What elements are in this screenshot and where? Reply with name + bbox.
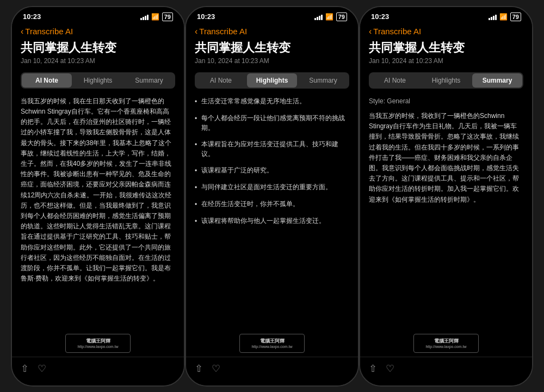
bullet-1: • — [195, 97, 197, 107]
status-icons-3: 📶 79 — [489, 13, 521, 21]
phone-screen-3: 10:23 📶 79 ‹ Transcribe AI 共同掌握人生转变 Jan … — [359, 6, 533, 387]
tab-highlights-2[interactable]: Highlights — [247, 73, 297, 88]
heart-icon-2[interactable]: ♡ — [212, 363, 220, 375]
back-chevron-icon-1: ‹ — [21, 27, 23, 36]
status-bar-3: 10:23 📶 79 — [360, 7, 532, 24]
battery-1: 79 — [162, 13, 173, 21]
back-label-1: Transcribe AI — [25, 27, 73, 36]
title-1: 共同掌握人生转变 — [21, 41, 175, 55]
phone-screen-1: 10:23 📶 79 ‹ Transcribe AI 共同掌握人生转变 Jan … — [11, 6, 185, 387]
wifi-icon-2: 📶 — [325, 13, 333, 21]
share-icon-3[interactable]: ⇧ — [369, 363, 377, 375]
highlight-item-5: •与同伴建立社区是面对生活变迁的重要方面。 — [195, 182, 349, 192]
time-2: 10:23 — [197, 13, 215, 21]
highlight-item-1: •生活变迁常常感觉像是无序地生活。 — [195, 96, 349, 107]
date-3: Jan 10, 2024 at 10:23 AM — [369, 57, 523, 65]
watermark-1: 電腦王阿輝 http://www.laxpo.com.tw — [65, 334, 131, 353]
status-bar-2: 10:23 📶 79 — [186, 7, 358, 24]
tab-ainote-3[interactable]: AI Note — [370, 73, 420, 88]
tab-highlights-3[interactable]: Highlights — [421, 73, 471, 88]
tab-bar-2: AI Note Highlights Summary — [195, 72, 349, 89]
time-3: 10:23 — [371, 13, 389, 21]
tab-bar-1: AI Note Highlights Summary — [21, 72, 175, 89]
tab-ainote-1[interactable]: AI Note — [22, 73, 72, 88]
bullet-5: • — [195, 183, 197, 192]
watermark-2: 電腦王阿輝 http://www.laxpo.com.tw — [239, 334, 305, 353]
back-button-2[interactable]: ‹ Transcribe AI — [195, 27, 247, 36]
date-1: Jan 10, 2024 at 10:23 AM — [21, 57, 175, 65]
watermark-logo-3: 電腦王阿輝 — [434, 338, 459, 345]
watermark-url-2: http://www.laxpo.com.tw — [251, 345, 292, 349]
back-button-3[interactable]: ‹ Transcribe AI — [369, 27, 421, 36]
highlight-item-3: •本课程旨在为应对生活变迁提供工具、技巧和建议。 — [195, 139, 349, 159]
tab-summary-1[interactable]: Summary — [124, 73, 174, 88]
watermark-logo-1: 電腦王阿輝 — [86, 338, 110, 345]
bottom-bar-1: ⇧ ♡ — [12, 357, 184, 385]
ai-note-content-1: 当我五岁的时候，我在生日那天收到了一辆橙色的Schwinn Stingray自行… — [21, 96, 175, 357]
share-icon-2[interactable]: ⇧ — [195, 363, 203, 375]
tab-bar-3: AI Note Highlights Summary — [369, 72, 523, 89]
watermark-url-3: http://www.laxpo.com.tw — [425, 345, 466, 349]
summary-content-3: Style: General 当我五岁的时候，我收到了一辆橙色的Schwinn … — [369, 96, 523, 357]
highlight-item-6: •在经历生活变迁时，你并不孤单。 — [195, 199, 349, 209]
tab-highlights-1[interactable]: Highlights — [73, 73, 123, 88]
signal-icon-2 — [314, 14, 323, 20]
back-label-2: Transcribe AI — [199, 27, 247, 36]
highlight-item-2: •每个人都会经历一段让他们感觉离预期不符的挑战期。 — [195, 113, 349, 133]
watermark-logo-2: 電腦王阿輝 — [260, 338, 285, 345]
battery-2: 79 — [336, 13, 347, 21]
battery-3: 79 — [510, 13, 521, 21]
watermark-3: 電腦王阿輝 http://www.laxpo.com.tw — [413, 334, 479, 353]
wifi-icon-3: 📶 — [499, 13, 508, 21]
share-icon-1[interactable]: ⇧ — [21, 363, 29, 375]
nav-bar-1: ‹ Transcribe AI — [12, 24, 184, 41]
date-2: Jan 10, 2024 at 10:23 AM — [195, 57, 349, 65]
heart-icon-3[interactable]: ♡ — [386, 363, 394, 375]
back-button-1[interactable]: ‹ Transcribe AI — [21, 27, 73, 36]
tab-summary-2[interactable]: Summary — [298, 73, 348, 88]
watermark-url-1: http://www.laxpo.com.tw — [77, 345, 118, 349]
signal-icon-1 — [140, 14, 149, 20]
bullet-4: • — [195, 166, 197, 176]
status-bar-1: 10:23 📶 79 — [12, 7, 184, 24]
phone-screen-2: 10:23 📶 79 ‹ Transcribe AI 共同掌握人生转变 Jan … — [185, 6, 359, 387]
bullet-3: • — [195, 140, 197, 150]
style-label-3: Style: General — [369, 96, 523, 107]
title-3: 共同掌握人生转变 — [369, 41, 523, 55]
content-area-2: 共同掌握人生转变 Jan 10, 2024 at 10:23 AM AI Not… — [186, 41, 358, 357]
bullet-6: • — [195, 200, 197, 209]
content-area-3: 共同掌握人生转变 Jan 10, 2024 at 10:23 AM AI Not… — [360, 41, 532, 357]
bottom-bar-2: ⇧ ♡ — [186, 357, 358, 385]
back-label-3: Transcribe AI — [373, 27, 421, 36]
highlight-item-7: •该课程将帮助你与他人一起掌握生活变迁。 — [195, 216, 349, 226]
tab-summary-3[interactable]: Summary — [472, 73, 522, 88]
nav-bar-2: ‹ Transcribe AI — [186, 24, 358, 41]
status-icons-1: 📶 79 — [140, 13, 173, 21]
back-chevron-icon-3: ‹ — [369, 27, 372, 36]
highlights-content-2: •生活变迁常常感觉像是无序地生活。 •每个人都会经历一段让他们感觉离预期不符的挑… — [195, 96, 349, 357]
title-2: 共同掌握人生转变 — [195, 41, 349, 55]
time-1: 10:23 — [23, 13, 41, 21]
bullet-2: • — [195, 114, 197, 123]
bullet-7: • — [195, 216, 197, 226]
tab-ainote-2[interactable]: AI Note — [196, 73, 246, 88]
heart-icon-1[interactable]: ♡ — [38, 363, 46, 375]
content-area-1: 共同掌握人生转变 Jan 10, 2024 at 10:23 AM AI Not… — [12, 41, 184, 357]
nav-bar-3: ‹ Transcribe AI — [360, 24, 532, 41]
back-chevron-icon-2: ‹ — [195, 27, 197, 36]
highlights-list-2: •生活变迁常常感觉像是无序地生活。 •每个人都会经历一段让他们感觉离预期不符的挑… — [195, 96, 349, 226]
status-icons-2: 📶 79 — [314, 13, 347, 21]
signal-icon-3 — [489, 14, 497, 20]
bottom-bar-3: ⇧ ♡ — [360, 357, 532, 385]
wifi-icon-1: 📶 — [151, 13, 159, 21]
highlight-item-4: •该课程基于广泛的研究。 — [195, 165, 349, 176]
